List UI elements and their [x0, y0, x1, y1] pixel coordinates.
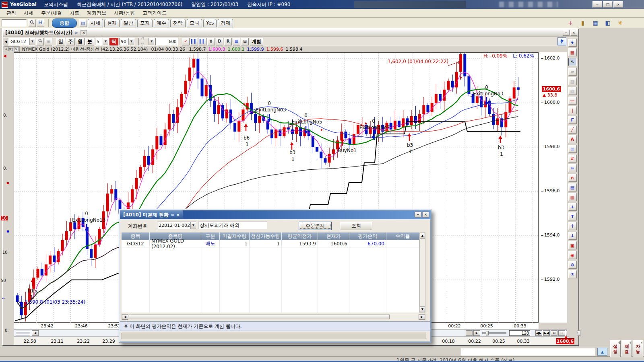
- dialog-close-button[interactable]: ×: [422, 212, 429, 218]
- menu-item-1[interactable]: 시세: [21, 9, 37, 17]
- expand-up-icon[interactable]: ▲: [597, 348, 607, 356]
- doc-r-icon[interactable]: R: [224, 38, 232, 45]
- bottom-input[interactable]: [461, 348, 595, 356]
- horizontal-line-icon[interactable]: —: [568, 97, 577, 105]
- table-row[interactable]: GCG12NYMEX GOLD (2012.02)매도111593.91600.…: [122, 240, 419, 247]
- dialog-minimize-button[interactable]: ─: [415, 212, 421, 218]
- dialog-titlebar[interactable]: [4010] 미결제 현황 ∞ × ─ ×: [120, 210, 430, 219]
- volume-bars-icon[interactable]: ▍▍: [190, 38, 198, 45]
- composite-pill-button[interactable]: 종합: [52, 19, 77, 28]
- menu-item-2[interactable]: 주문/체결: [38, 9, 65, 17]
- dialog-link-icon[interactable]: ∞: [171, 212, 174, 218]
- column-header-8[interactable]: 수익율: [386, 232, 419, 240]
- monitor-icon[interactable]: ▦: [591, 19, 600, 27]
- hatch-icon[interactable]: ▤: [568, 183, 577, 191]
- dialog-tab-close-icon[interactable]: ×: [176, 213, 180, 217]
- text-tool-icon[interactable]: A: [568, 135, 577, 143]
- scroll-right-icon[interactable]: ▶: [473, 330, 480, 336]
- table-horizontal-scrollbar[interactable]: ◀ ▶: [122, 314, 425, 320]
- zoom-slider-handle[interactable]: [486, 331, 489, 335]
- tab-4[interactable]: 예수: [154, 19, 169, 27]
- zoom-out-icon[interactable]: ⊖: [558, 330, 565, 336]
- maximize-button[interactable]: □: [603, 1, 613, 8]
- symbol-combo[interactable]: GCG12▼: [9, 38, 35, 45]
- sort-updown-icon[interactable]: ⇅: [207, 38, 215, 45]
- tab-7[interactable]: Yes: [203, 19, 217, 27]
- period-button-3[interactable]: 분: [85, 38, 94, 45]
- nav-back-icon[interactable]: ◀: [4, 38, 8, 45]
- chart-grid-icon[interactable]: ▦: [568, 48, 577, 56]
- multi-chart-icon[interactable]: ▦: [233, 38, 240, 45]
- tick-button[interactable]: 틱: [109, 38, 118, 45]
- tick-count-combo[interactable]: 90▼: [119, 38, 134, 45]
- link-icon[interactable]: ∞: [74, 30, 78, 35]
- chart-window-titlebar[interactable]: [3010] 전략실행차트(실시간) ∞ × ─ ×: [3, 29, 578, 37]
- refresh-strategy-icon[interactable]: ϟ: [568, 39, 577, 47]
- tab-2[interactable]: 일반: [121, 19, 136, 27]
- tab-1[interactable]: 현재: [104, 19, 120, 27]
- individual-button[interactable]: 개별: [250, 38, 263, 45]
- zoom-in-icon[interactable]: ⊕: [551, 330, 557, 336]
- column-header-5[interactable]: 평균약정가: [282, 232, 318, 240]
- close-button[interactable]: ×: [613, 1, 623, 8]
- search-icon[interactable]: [28, 19, 36, 27]
- menu-item-3[interactable]: 차트: [66, 9, 83, 17]
- tab-0[interactable]: 시세: [88, 19, 103, 27]
- scroll-box[interactable]: [466, 330, 473, 336]
- menu-item-6[interactable]: 고객가이드: [139, 9, 170, 17]
- arrow-up-icon[interactable]: ↑: [568, 222, 577, 230]
- column-header-0[interactable]: 종목: [122, 232, 150, 240]
- scroll-thumb[interactable]: [16, 331, 30, 335]
- zoom-slider[interactable]: [482, 332, 506, 334]
- bar-count-display[interactable]: [509, 330, 530, 336]
- minute-combo[interactable]: 5▼: [95, 38, 109, 45]
- bar-count-input[interactable]: [155, 38, 178, 45]
- pane-disabled-icon[interactable]: ▧: [568, 87, 577, 95]
- menu-item-0[interactable]: 관리: [3, 9, 19, 17]
- draw-disabled-icon[interactable]: ▨: [568, 77, 577, 85]
- period-button-1[interactable]: 주: [66, 38, 75, 45]
- dot-circle-icon[interactable]: ⊙: [568, 261, 577, 269]
- settings-button[interactable]: 설정: [610, 340, 621, 357]
- lock-icon[interactable]: ▮: [578, 19, 587, 27]
- auto-button[interactable]: 자동: [633, 340, 643, 357]
- query-button[interactable]: 조회: [340, 222, 372, 230]
- column-header-4[interactable]: 청산가능수량: [250, 232, 282, 240]
- chart-tab-close-icon[interactable]: ×: [80, 30, 87, 35]
- period-button-2[interactable]: 월: [76, 38, 85, 45]
- wave-icon[interactable]: ≈: [568, 164, 577, 172]
- circle-icon[interactable]: ◉: [568, 251, 577, 259]
- column-header-7[interactable]: 평가손익: [349, 232, 386, 240]
- column-header-3[interactable]: 미결제수량: [220, 232, 250, 240]
- hscroll-left-icon[interactable]: ◀: [122, 314, 128, 320]
- scroll-up-icon[interactable]: ▲: [420, 233, 425, 239]
- cursor-icon[interactable]: ↖: [568, 58, 577, 66]
- tab-5[interactable]: 전략: [170, 19, 186, 27]
- scroll-down-icon[interactable]: ▼: [420, 306, 425, 312]
- document-icon[interactable]: ▤: [79, 19, 87, 27]
- period-button-0[interactable]: 일: [56, 38, 65, 45]
- parallel-lines-icon[interactable]: ≡: [568, 145, 577, 153]
- chart-close-button[interactable]: ×: [570, 30, 577, 36]
- tab-8[interactable]: 경제: [218, 19, 233, 27]
- cross-icon[interactable]: +: [568, 203, 577, 211]
- table-vertical-scrollbar[interactable]: ▲ ▼: [419, 232, 425, 313]
- hatch2-icon[interactable]: ▥: [568, 193, 577, 201]
- menu-item-4[interactable]: 계좌정보: [84, 9, 109, 17]
- add-chart-icon[interactable]: +: [566, 19, 575, 27]
- step-line-icon[interactable]: Γ: [568, 116, 577, 124]
- arc-icon[interactable]: ∩: [568, 174, 577, 182]
- text-T-icon[interactable]: T: [568, 212, 577, 220]
- account-name-field[interactable]: [198, 222, 267, 229]
- quick-search-input[interactable]: [2, 19, 27, 27]
- minimize-button[interactable]: ─: [592, 1, 602, 8]
- symbol-info-icon[interactable]: ▣: [45, 38, 52, 45]
- menu-item-5[interactable]: 시황/동향: [111, 9, 138, 17]
- save-icon[interactable]: [37, 19, 44, 27]
- arrow-down-icon[interactable]: ↓: [568, 232, 577, 240]
- spread-icon[interactable]: ◀▶: [535, 330, 542, 336]
- chart-mini-tab[interactable]: 시험×: [4, 46, 20, 52]
- compress-icon[interactable]: ▶◀: [543, 330, 550, 336]
- mini-tab-close-icon[interactable]: ×: [14, 47, 19, 51]
- filled-square-icon[interactable]: ▣: [568, 241, 577, 249]
